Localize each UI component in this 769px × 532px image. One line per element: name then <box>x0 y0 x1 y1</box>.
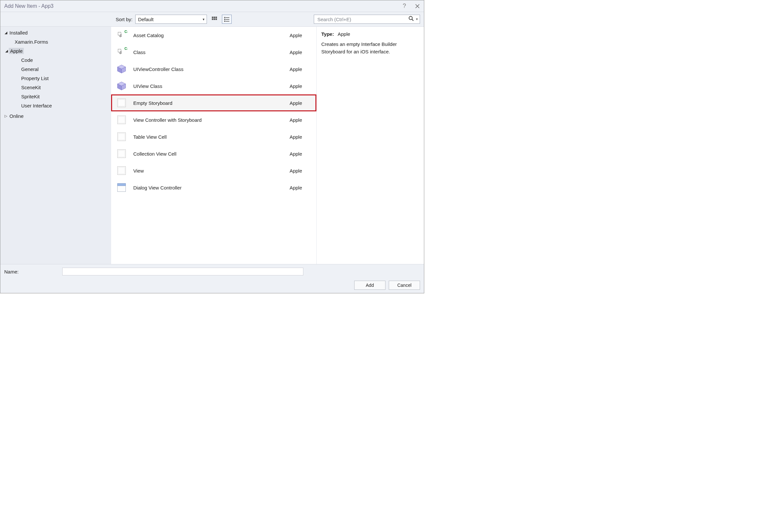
asset-icon <box>115 29 128 42</box>
tree-node-scenekit[interactable]: SceneKit <box>0 83 111 92</box>
template-row[interactable]: UIViewController ClassApple <box>111 61 316 77</box>
tree-node-property-list[interactable]: Property List <box>0 74 111 83</box>
chevron-down-icon: ▾ <box>203 17 205 21</box>
template-category: Apple <box>290 134 311 140</box>
template-row[interactable]: UIView ClassApple <box>111 77 316 94</box>
storyboard-icon <box>115 164 128 177</box>
expand-icon: ▷ <box>4 114 8 118</box>
tree-node-installed[interactable]: ◢ Installed <box>0 28 111 37</box>
sort-value: Default <box>138 17 154 22</box>
list-icon <box>224 16 230 22</box>
template-row[interactable]: Empty StoryboardApple <box>111 94 316 111</box>
tree-node-apple[interactable]: ◢ Apple <box>0 46 111 55</box>
template-name: Class <box>133 49 285 55</box>
footer: Name: Add Cancel <box>0 264 424 293</box>
cube-icon <box>115 79 128 92</box>
dialog-icon <box>115 181 128 194</box>
template-row[interactable]: Asset CatalogApple <box>111 27 316 44</box>
svg-rect-1 <box>214 17 215 18</box>
template-row[interactable]: View Controller with StoryboardApple <box>111 111 316 128</box>
storyboard-icon <box>115 147 128 160</box>
storyboard-icon <box>115 96 128 109</box>
template-name: Collection View Cell <box>133 151 285 157</box>
type-label: Type: <box>321 31 337 37</box>
template-name: View Controller with Storyboard <box>133 117 285 123</box>
template-category: Apple <box>290 100 311 106</box>
tree-node-online[interactable]: ▷ Online <box>0 111 111 120</box>
collapse-icon: ◢ <box>4 31 8 35</box>
svg-rect-11 <box>226 21 229 22</box>
name-label: Name: <box>4 269 56 274</box>
collapse-icon: ◢ <box>4 49 9 53</box>
svg-rect-10 <box>224 21 225 22</box>
search-box[interactable]: ▼ <box>314 15 420 24</box>
sort-dropdown[interactable]: Default ▾ <box>135 15 207 24</box>
template-row[interactable]: Table View CellApple <box>111 128 316 145</box>
template-category: Apple <box>290 117 311 123</box>
template-category: Apple <box>290 49 311 55</box>
svg-rect-3 <box>212 19 214 20</box>
tree-node-code[interactable]: Code <box>0 55 111 64</box>
tree-node-general[interactable]: General <box>0 64 111 74</box>
template-name: Table View Cell <box>133 134 285 140</box>
tree-node-xamarin-forms[interactable]: Xamarin.Forms <box>0 37 111 46</box>
template-category: Apple <box>290 185 311 190</box>
category-tree[interactable]: ◢ Installed Xamarin.Forms ◢ Apple Code G… <box>0 27 111 264</box>
template-category: Apple <box>290 83 311 89</box>
svg-rect-2 <box>216 17 217 18</box>
template-name: Empty Storyboard <box>133 100 285 106</box>
svg-point-12 <box>409 16 412 20</box>
svg-rect-7 <box>226 17 229 18</box>
name-input[interactable] <box>62 268 303 275</box>
svg-line-13 <box>412 19 413 21</box>
template-category: Apple <box>290 33 311 38</box>
template-category: Apple <box>290 151 311 157</box>
template-category: Apple <box>290 168 311 174</box>
search-icon[interactable] <box>408 16 415 23</box>
svg-rect-0 <box>212 17 214 18</box>
description: Creates an empty Interface Builder Story… <box>321 41 419 55</box>
add-new-item-dialog: Add New Item - App3 ? Sort by: Default ▾ <box>0 0 424 293</box>
svg-rect-8 <box>224 19 225 20</box>
search-dropdown-icon[interactable]: ▼ <box>415 18 418 21</box>
toolbar: Sort by: Default ▾ <box>0 12 424 26</box>
cube-icon <box>115 63 128 76</box>
cancel-button[interactable]: Cancel <box>389 281 420 290</box>
template-name: View <box>133 168 285 174</box>
help-button[interactable]: ? <box>398 0 411 12</box>
template-row[interactable]: ClassApple <box>111 44 316 61</box>
template-list[interactable]: Asset CatalogAppleClassAppleUIViewContro… <box>111 27 316 264</box>
add-button[interactable]: Add <box>354 281 385 290</box>
template-name: Asset Catalog <box>133 33 285 38</box>
view-small-icons-button[interactable] <box>210 15 219 24</box>
view-list-button[interactable] <box>222 15 232 24</box>
storyboard-icon <box>115 113 128 126</box>
svg-rect-4 <box>214 19 215 20</box>
asset-icon <box>115 46 128 59</box>
template-name: UIView Class <box>133 83 285 89</box>
tree-node-user-interface[interactable]: User Interface <box>0 101 111 110</box>
template-name: UIViewController Class <box>133 66 285 72</box>
close-icon <box>414 3 420 9</box>
svg-rect-6 <box>224 17 225 18</box>
window-controls: ? <box>398 0 424 12</box>
close-button[interactable] <box>411 0 424 12</box>
template-name: Dialog View Controller <box>133 185 285 190</box>
svg-rect-5 <box>216 19 217 20</box>
template-category: Apple <box>290 66 311 72</box>
template-row[interactable]: ViewApple <box>111 162 316 179</box>
storyboard-icon <box>115 130 128 143</box>
template-row[interactable]: Dialog View ControllerApple <box>111 179 316 196</box>
sort-label: Sort by: <box>114 17 133 22</box>
search-input[interactable] <box>317 16 408 22</box>
details-panel: Type: Apple Creates an empty Interface B… <box>316 27 424 264</box>
tree-node-spritekit[interactable]: SpriteKit <box>0 92 111 101</box>
template-row[interactable]: Collection View CellApple <box>111 145 316 162</box>
svg-rect-9 <box>226 19 229 20</box>
grid-icon <box>212 16 217 22</box>
titlebar: Add New Item - App3 ? <box>0 0 424 12</box>
window-title: Add New Item - App3 <box>4 3 53 9</box>
type-value: Apple <box>338 31 350 37</box>
